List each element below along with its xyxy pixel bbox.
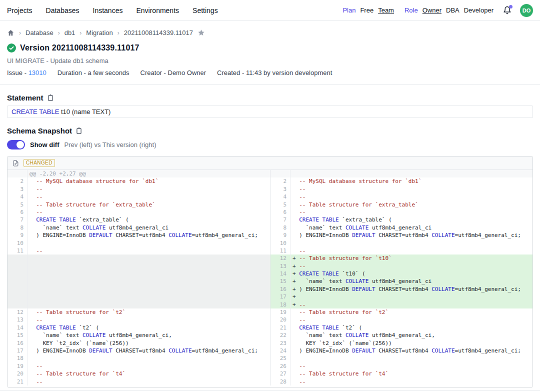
notification-bell-icon[interactable] — [503, 6, 512, 14]
line-code: -- — [28, 362, 270, 370]
diff-line: 19 -- Table structure for `t2` — [270, 308, 532, 316]
home-icon[interactable] — [7, 29, 14, 36]
breadcrumb-separator: › — [80, 30, 82, 36]
line-number: 10 — [8, 240, 28, 247]
line-number: 17 — [270, 293, 290, 300]
diff-line: 11 -- — [270, 247, 532, 254]
line-code — [28, 301, 270, 308]
diff-line: 21 -- — [8, 378, 270, 386]
star-icon[interactable] — [198, 29, 205, 36]
breadcrumb-item-db1[interactable]: db1 — [64, 29, 76, 36]
nav-item-projects[interactable]: Projects — [7, 6, 32, 14]
line-number: 17 — [8, 347, 28, 354]
line-number: 8 — [8, 224, 28, 232]
copy-schema-icon[interactable] — [76, 127, 82, 134]
schema-snapshot-heading-label: Schema Snapshot — [7, 126, 72, 135]
line-code: `name` text COLLATE utf8mb4_general_ci, — [28, 332, 270, 339]
line-number: 10 — [270, 240, 290, 247]
line-code — [28, 286, 270, 293]
statement-sql: CREATE TABLE t10 (name TEXT) — [7, 106, 533, 118]
line-number: 21 — [270, 324, 290, 332]
role-option-owner[interactable]: Owner — [422, 6, 442, 14]
diff-line: 7 CREATE TABLE `extra_table` ( — [270, 216, 532, 224]
line-code: CREATE TABLE `t2` ( — [28, 324, 270, 332]
nav-item-settings[interactable]: Settings — [192, 6, 218, 14]
nav-item-instances[interactable]: Instances — [93, 6, 123, 14]
line-code — [28, 240, 270, 247]
line-code: + -- Table structure for `t10` — [290, 254, 532, 262]
role-option-developer[interactable]: Developer — [464, 6, 494, 14]
top-nav: ProjectsDatabasesInstancesEnvironmentsSe… — [0, 0, 540, 21]
line-number: 22 — [270, 332, 290, 339]
line-number — [8, 278, 28, 285]
copy-statement-icon[interactable] — [47, 94, 54, 102]
breadcrumb: ›Database›db1›Migration›20211008114339.1… — [7, 29, 533, 36]
plan-option-free[interactable]: Free — [360, 6, 374, 14]
line-number: 15 — [270, 278, 290, 285]
line-code: + — [290, 293, 532, 300]
diff-line: 8 `name` text COLLATE utf8mb4_general_ci — [8, 224, 270, 232]
line-number: 15 — [8, 332, 28, 339]
breadcrumb-items: ›Database›db1›Migration›20211008114339.1… — [19, 29, 193, 36]
diff-line: 2 -- MySQL database structure for `db1` — [270, 178, 532, 185]
plan-option-team[interactable]: Team — [378, 6, 394, 14]
diff-line — [8, 262, 270, 270]
diff-line: 20 -- Table structure for `t4` — [8, 370, 270, 378]
nav-item-databases[interactable]: Databases — [46, 6, 80, 14]
line-number: 5 — [8, 201, 28, 208]
breadcrumb-item-20211008114339.11017[interactable]: 20211008114339.11017 — [124, 29, 193, 36]
line-code: -- — [28, 316, 270, 324]
line-code: + -- — [290, 262, 532, 270]
diff-line — [8, 254, 270, 262]
line-code: ) ENGINE=InnoDB DEFAULT CHARSET=utf8mb4 … — [28, 347, 270, 354]
line-code: -- — [28, 208, 270, 216]
line-code — [28, 270, 270, 278]
diff-line: 13+ -- — [270, 262, 532, 270]
nav-item-environments[interactable]: Environments — [136, 6, 179, 14]
diff-line: 7 CREATE TABLE `extra_table` ( — [8, 216, 270, 224]
line-code — [290, 240, 532, 247]
diff-line — [8, 301, 270, 308]
diff-panel-header: CHANGED — [8, 156, 532, 170]
line-code — [28, 354, 270, 362]
avatar[interactable]: DO — [520, 4, 533, 17]
diff-line: 14+ CREATE TABLE `t10` ( — [270, 270, 532, 278]
line-code: + CREATE TABLE `t10` ( — [290, 270, 532, 278]
line-number: 14 — [8, 324, 28, 332]
line-code: ) ENGINE=InnoDB DEFAULT CHARSET=utf8mb4 … — [290, 347, 532, 354]
breadcrumb-item-migration[interactable]: Migration — [86, 29, 112, 36]
line-code: -- Table structure for `t2` — [28, 308, 270, 316]
line-number — [8, 254, 28, 262]
line-number — [8, 293, 28, 300]
role-option-dba[interactable]: DBA — [446, 6, 460, 14]
diff-line: 16 KEY `t2_idx` (`name`(256)) — [8, 340, 270, 347]
line-code — [28, 254, 270, 262]
line-code: `name` text COLLATE utf8mb4_general_ci, — [290, 332, 532, 339]
plan-label: Plan — [342, 6, 356, 14]
diff-line — [270, 170, 532, 178]
line-code: -- — [290, 362, 532, 370]
line-number: 27 — [270, 370, 290, 378]
line-number: 20 — [270, 316, 290, 324]
breadcrumb-item-database[interactable]: Database — [26, 29, 54, 36]
statement-heading-label: Statement — [7, 94, 44, 102]
breadcrumb-separator: › — [19, 30, 21, 36]
show-diff-toggle[interactable] — [7, 140, 25, 150]
line-number: 13 — [8, 316, 28, 324]
diff-line — [8, 270, 270, 278]
diff-line: 17 ) ENGINE=InnoDB DEFAULT CHARSET=utf8m… — [8, 347, 270, 354]
line-code: -- MySQL database structure for `db1` — [290, 178, 532, 185]
issue-link[interactable]: 13010 — [28, 69, 46, 76]
line-number: 18 — [270, 301, 290, 308]
line-number: 13 — [270, 262, 290, 270]
version-subtitle: UI MIGRATE - Update db1 schema — [7, 57, 533, 64]
line-code: -- — [28, 378, 270, 386]
account-bar: Plan Free Team Role Owner DBA Developer … — [342, 4, 533, 17]
diff-line: 6 -- — [270, 208, 532, 216]
line-code — [28, 262, 270, 270]
line-code: + ) ENGINE=InnoDB DEFAULT CHARSET=utf8mb… — [290, 286, 532, 293]
line-number: 21 — [8, 378, 28, 386]
line-code: -- Table structure for `t4` — [290, 370, 532, 378]
diff-line: 27 -- Table structure for `t4` — [270, 370, 532, 378]
line-code — [290, 354, 532, 362]
